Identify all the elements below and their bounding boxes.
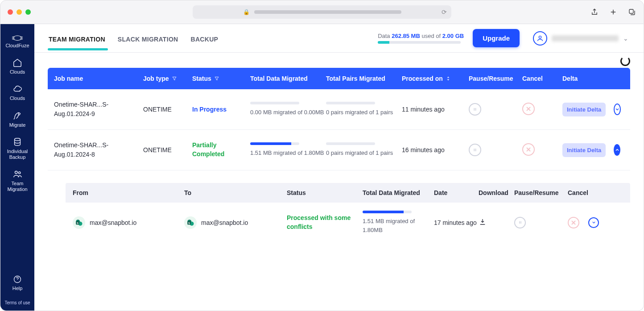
svg-rect-10 xyxy=(475,149,476,151)
cancel-cell xyxy=(522,143,562,157)
sidebar-item-help[interactable]: Help xyxy=(0,270,34,296)
sidebar-item-team-migration[interactable]: Team Migration xyxy=(0,165,34,197)
job-name: Onetime-SHAR...S-Aug.01.2024-9 xyxy=(54,100,143,119)
collapse-row-button[interactable] xyxy=(614,144,620,156)
house-icon xyxy=(12,58,22,67)
download-button[interactable] xyxy=(479,220,487,227)
sidebar-item-clouds-1[interactable]: Clouds xyxy=(0,53,34,79)
col-job-type[interactable]: Job type xyxy=(143,75,192,82)
initiate-delta-button[interactable]: Initiate Delta xyxy=(562,103,606,116)
sidebar-brand-label: CloudFuze xyxy=(5,43,29,49)
sharepoint-icon: S xyxy=(184,216,197,229)
pause-icon xyxy=(518,220,522,224)
pause-button[interactable] xyxy=(514,217,526,228)
tabs-overview-icon[interactable] xyxy=(627,8,636,16)
browser-actions xyxy=(590,8,636,16)
dcol-download: Download xyxy=(479,189,514,196)
detail-date: 17 minutes ago xyxy=(434,219,479,226)
help-icon xyxy=(13,275,22,284)
dcol-total-data: Total Data Migrated xyxy=(363,189,434,196)
quota-display: Data 262.85 MB used of 2.00 GB xyxy=(378,33,464,44)
dcol-pause: Pause/Resume xyxy=(514,189,568,196)
sidebar-item-label: Help xyxy=(12,286,23,291)
detail-cancel xyxy=(568,217,608,228)
detail-row: S max@snapbot.io S max@snapbot.io Proces… xyxy=(66,203,630,242)
job-data-migrated: 1.51 MB migrated of 1.80MB xyxy=(250,142,326,158)
user-menu[interactable]: ⌄ xyxy=(528,29,633,47)
upgrade-button[interactable]: Upgrade xyxy=(473,29,520,47)
window-controls xyxy=(8,9,31,15)
share-icon[interactable] xyxy=(590,8,599,16)
col-delta: Delta xyxy=(562,75,620,82)
expand-detail-button[interactable] xyxy=(588,217,599,228)
sidebar-item-label: Clouds xyxy=(10,69,25,75)
sidebar-brand[interactable]: CloudFuze xyxy=(0,29,34,53)
sidebar-item-individual-backup[interactable]: Individual Backup xyxy=(0,133,34,165)
cancel-cell xyxy=(522,103,562,116)
avatar-icon xyxy=(533,31,547,46)
col-total-data[interactable]: Total Data Migrated xyxy=(250,75,326,82)
tab-slack-migration[interactable]: SLACK MIGRATION xyxy=(117,27,179,50)
col-processed-on[interactable]: Processed on xyxy=(402,75,469,82)
sidebar-item-clouds-2[interactable]: Clouds xyxy=(0,79,34,106)
dcol-to: To xyxy=(184,189,287,196)
detail-from: S max@snapbot.io xyxy=(73,216,184,229)
rocket-icon xyxy=(12,111,22,120)
svg-point-2 xyxy=(15,138,21,141)
browser-chrome: 🔒 ⟳ xyxy=(0,0,644,24)
list-toolbar xyxy=(34,53,644,68)
pause-button[interactable] xyxy=(469,144,481,156)
detail-header-row: From To Status Total Data Migrated Date … xyxy=(66,183,630,203)
refresh-icon[interactable]: ⟳ xyxy=(442,8,447,16)
svg-rect-8 xyxy=(475,108,476,111)
loading-spinner-icon xyxy=(620,56,630,66)
cancel-button[interactable] xyxy=(522,103,535,115)
filter-icon xyxy=(214,76,219,81)
sidebar-item-label: Individual Backup xyxy=(7,149,28,160)
tab-team-migration[interactable]: TEAM MIGRATION xyxy=(48,27,106,50)
terms-link[interactable]: Terms of use xyxy=(4,296,30,311)
col-pause-resume: Pause/Resume xyxy=(469,75,522,82)
col-status[interactable]: Status xyxy=(192,75,250,82)
svg-point-3 xyxy=(15,171,18,174)
col-job-name[interactable]: Job name xyxy=(54,75,143,82)
cancel-button[interactable] xyxy=(568,217,579,228)
close-window-icon[interactable] xyxy=(8,9,13,15)
minimize-window-icon[interactable] xyxy=(17,9,22,15)
job-status: In Progress xyxy=(192,106,250,113)
job-status: Partially Completed xyxy=(192,141,250,158)
sidebar-item-migrate[interactable]: Migrate xyxy=(0,106,34,133)
svg-rect-19 xyxy=(519,221,520,224)
maximize-window-icon[interactable] xyxy=(25,9,31,15)
cancel-button[interactable] xyxy=(522,143,535,156)
col-total-pairs[interactable]: Total Pairs Migrated xyxy=(326,75,402,82)
job-data-migrated: 0.00 MB migrated of 0.00MB xyxy=(250,102,326,117)
lock-icon: 🔒 xyxy=(243,9,250,15)
detail-download xyxy=(479,218,514,227)
topbar: TEAM MIGRATION SLACK MIGRATION BACKUP Da… xyxy=(34,24,644,53)
new-tab-icon[interactable] xyxy=(609,8,618,16)
address-bar[interactable]: 🔒 ⟳ xyxy=(193,5,451,19)
pause-icon xyxy=(473,107,477,112)
tab-backup[interactable]: BACKUP xyxy=(190,27,219,50)
col-cancel: Cancel xyxy=(522,75,562,82)
sort-icon xyxy=(446,75,451,82)
dcol-date: Date xyxy=(434,189,479,196)
delta-cell: Initiate Delta xyxy=(562,103,620,116)
initiate-delta-button[interactable]: Initiate Delta xyxy=(562,143,606,157)
job-type: ONETIME xyxy=(143,146,192,153)
cloudfuze-logo-icon xyxy=(11,33,24,41)
chevron-down-icon xyxy=(615,107,620,112)
expand-row-button[interactable] xyxy=(614,104,621,115)
quota-limit: 2.00 GB xyxy=(442,33,464,39)
quota-bar xyxy=(378,41,461,44)
cloud-icon xyxy=(12,84,22,94)
detail-pause xyxy=(514,217,568,228)
quota-mid: used of xyxy=(421,33,441,39)
svg-rect-7 xyxy=(474,108,475,111)
pause-button[interactable] xyxy=(469,103,481,116)
dcol-from: From xyxy=(73,189,184,196)
job-pairs-migrated: 0 pairs migrated of 1 pairs xyxy=(326,142,402,158)
svg-text:S: S xyxy=(77,222,78,224)
job-processed-on: 11 minutes ago xyxy=(402,106,469,113)
